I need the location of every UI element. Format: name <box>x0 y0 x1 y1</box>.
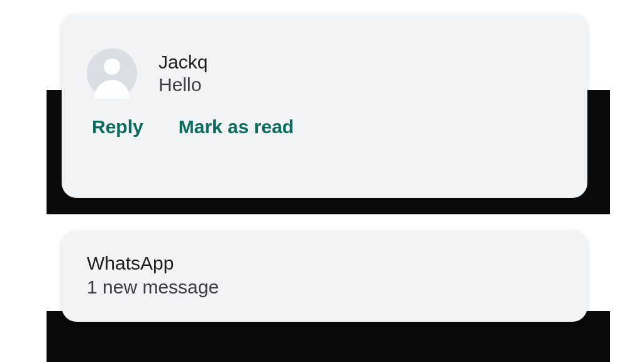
notification-summary: 1 new message <box>87 277 562 298</box>
mark-as-read-button[interactable]: Mark as read <box>179 116 294 138</box>
reply-button[interactable]: Reply <box>92 116 143 138</box>
notification-card-summary[interactable]: WhatsApp 1 new message <box>62 231 587 322</box>
notification-sender: Jackq <box>158 52 208 73</box>
avatar-icon <box>87 48 137 99</box>
notification-card-message[interactable]: Jackq Hello Reply Mark as read <box>62 14 587 198</box>
notification-body: Hello <box>158 74 208 96</box>
notification-app-title: WhatsApp <box>87 253 562 274</box>
